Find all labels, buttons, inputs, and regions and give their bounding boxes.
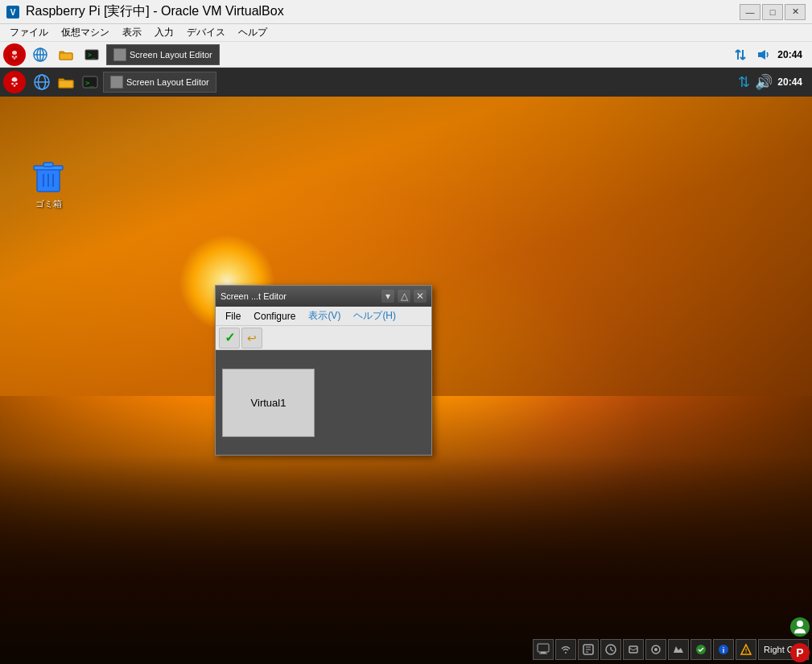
- rpi-browser-icon[interactable]: [31, 71, 53, 93]
- vbox-titlebar: V Raspberry Pi [実行中] - Oracle VM Virtual…: [0, 0, 812, 24]
- svg-point-15: [15, 83, 18, 85]
- screen-layout-editor-button[interactable]: Screen Layout Editor: [106, 44, 220, 65]
- vbox-menubar: ファイル 仮想マシン 表示 入力 デバイス ヘルプ: [0, 24, 812, 42]
- titlebar-left: V Raspberry Pi [実行中] - Oracle VM Virtual…: [6, 3, 284, 20]
- dialog-menu-help[interactable]: ヘルプ(H): [347, 307, 402, 324]
- bottom-icon-7[interactable]: [668, 639, 689, 660]
- rpi-files-icon[interactable]: [55, 71, 77, 93]
- dialog-menu-configure[interactable]: Configure: [247, 309, 302, 324]
- app-button-label: Screen Layout Editor: [130, 50, 212, 60]
- menu-help[interactable]: ヘルプ: [232, 24, 274, 41]
- dialog-titlebar: Screen ...t Editor ▾ △ ✕: [216, 286, 431, 307]
- side-icon-1-svg: [789, 616, 811, 638]
- vbox-toolbar: >_ Screen Layout Editor: [0, 42, 812, 68]
- vbox-icon: V: [6, 6, 19, 19]
- terminal-icon[interactable]: >_: [80, 43, 103, 66]
- menu-input[interactable]: 入力: [148, 24, 180, 41]
- svg-text:V: V: [10, 8, 16, 17]
- rpi-clock: 20:44: [777, 76, 802, 88]
- bottom-icon-6-svg: [649, 643, 662, 656]
- side-icon-1[interactable]: [788, 615, 812, 639]
- arrows-updown-icon[interactable]: [732, 47, 748, 63]
- dialog-menubar: File Configure 表示(V) ヘルプ(H): [216, 307, 431, 326]
- bottom-icon-8[interactable]: [690, 639, 711, 660]
- dialog-close-button[interactable]: ✕: [414, 290, 427, 303]
- globe-icon[interactable]: [29, 43, 52, 66]
- bottom-icon-4[interactable]: [600, 639, 621, 660]
- rpi-folder-svg: [57, 73, 75, 91]
- rpi-terminal-svg: >_: [81, 73, 99, 91]
- menu-view[interactable]: 表示: [116, 24, 148, 41]
- dialog-toolbar: ✓ ↩: [216, 326, 431, 350]
- side-icon-2-svg: P: [789, 641, 811, 664]
- titlebar-controls: — □ ✕: [740, 4, 806, 20]
- folder-svg: [58, 47, 74, 63]
- svg-point-48: [654, 648, 657, 651]
- rpi-logo-toolbar[interactable]: [3, 43, 26, 66]
- svg-rect-25: [43, 163, 53, 167]
- vbox-minimize-button[interactable]: —: [740, 4, 760, 20]
- dialog-menu-file[interactable]: File: [219, 309, 247, 324]
- rpi-arrows-icon[interactable]: ⇅: [738, 73, 750, 91]
- svg-point-4: [15, 56, 17, 57]
- svg-rect-46: [629, 646, 637, 653]
- rpi-app-icon: [110, 76, 123, 89]
- dialog-minimize-button[interactable]: ▾: [381, 290, 394, 303]
- folder-icon[interactable]: [55, 43, 77, 66]
- rpi-app-label: Screen Layout Editor: [126, 77, 209, 87]
- screen-layout-editor-dialog: Screen ...t Editor ▾ △ ✕ File Configure …: [215, 285, 432, 456]
- bottom-icon-2[interactable]: [555, 639, 576, 660]
- bottom-icons: i ! Right Con: [533, 639, 809, 660]
- vbox-title: Raspberry Pi [実行中] - Oracle VM VirtualBo…: [26, 3, 284, 20]
- svg-point-16: [14, 85, 16, 87]
- svg-line-45: [611, 650, 613, 651]
- svg-point-14: [11, 83, 14, 85]
- bottom-icon-9[interactable]: i: [713, 639, 734, 660]
- vbox-maximize-button[interactable]: □: [762, 4, 783, 20]
- svg-text:i: i: [723, 646, 725, 654]
- bottom-network-icon: [537, 643, 550, 656]
- bottom-icon-5[interactable]: [623, 639, 644, 660]
- bottom-icon-7-svg: [672, 643, 685, 656]
- svg-text:>_: >_: [88, 52, 96, 59]
- volume-svg: [756, 47, 770, 62]
- dialog-content: Virtual1: [216, 350, 431, 455]
- bottom-icon-6[interactable]: [645, 639, 666, 660]
- vbox-close-button[interactable]: ✕: [785, 4, 806, 20]
- menu-devices[interactable]: デバイス: [180, 24, 232, 41]
- bottom-icon-3[interactable]: [578, 639, 599, 660]
- dialog-maximize-button[interactable]: △: [398, 290, 410, 303]
- bottom-icon-1[interactable]: [533, 639, 554, 660]
- trash-desktop-icon[interactable]: ゴミ箱: [23, 156, 74, 210]
- svg-point-3: [12, 56, 14, 57]
- svg-rect-36: [538, 644, 549, 652]
- menu-file[interactable]: ファイル: [3, 24, 55, 41]
- vbox-window: V Raspberry Pi [実行中] - Oracle VM Virtual…: [0, 0, 812, 664]
- rpi-globe-svg: [33, 73, 51, 91]
- svg-point-5: [14, 57, 15, 59]
- side-icon-2[interactable]: P: [788, 641, 812, 664]
- volume-icon[interactable]: [755, 47, 771, 63]
- rpi-taskbar: >_ Screen Layout Editor ⇅ 🔊 20:44: [0, 68, 812, 97]
- dialog-undo-button[interactable]: ↩: [241, 328, 262, 348]
- virtual-screen-1[interactable]: Virtual1: [222, 369, 315, 437]
- dialog-menu-view[interactable]: 表示(V): [302, 307, 347, 324]
- arrows-svg: [733, 47, 748, 62]
- menu-vm[interactable]: 仮想マシン: [55, 24, 116, 41]
- vbox-tray-time: 20:44: [777, 49, 802, 60]
- virtual-screen-label: Virtual1: [251, 397, 286, 409]
- rpi-bottom-taskbar: i ! Right Con: [0, 635, 812, 664]
- bottom-icon-4-svg: [604, 643, 617, 656]
- desktop: >_ Screen Layout Editor ⇅ 🔊 20:44: [0, 68, 812, 664]
- rpi-terminal-icon[interactable]: >_: [79, 71, 101, 93]
- svg-text:P: P: [796, 646, 803, 659]
- bottom-icon-10-svg: !: [740, 643, 752, 656]
- dialog-apply-button[interactable]: ✓: [219, 328, 240, 348]
- rpi-volume-icon[interactable]: 🔊: [755, 73, 773, 91]
- rpi-menu-button[interactable]: [3, 71, 26, 93]
- terminal-svg: >_: [84, 47, 100, 63]
- globe-svg: [32, 47, 48, 63]
- rpi-app-button[interactable]: Screen Layout Editor: [103, 72, 216, 93]
- svg-text:>_: >_: [85, 79, 94, 87]
- bottom-icon-10[interactable]: !: [736, 639, 756, 660]
